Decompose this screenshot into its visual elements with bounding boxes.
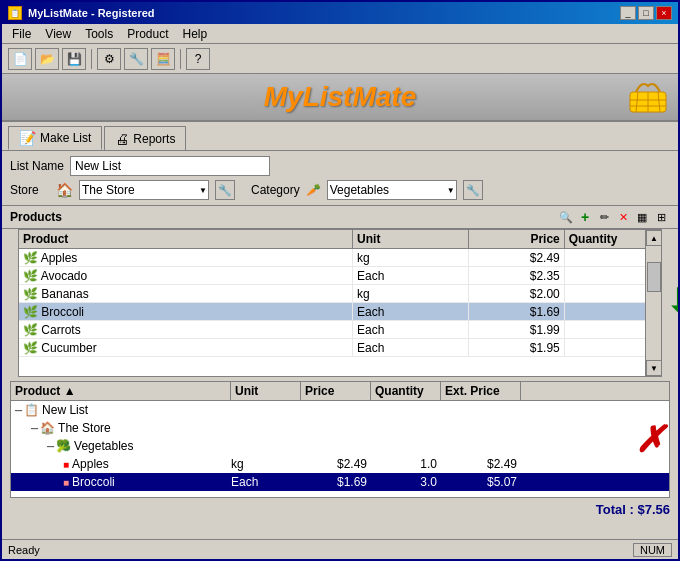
store-select[interactable]: The Store [79, 180, 209, 200]
maximize-button[interactable]: □ [638, 6, 654, 20]
products-table-container: Product Unit Price Quantity 🌿 Apples kg … [18, 229, 662, 377]
total-row: Total : $7.56 [2, 498, 678, 521]
open-button[interactable]: 📂 [35, 48, 59, 70]
make-list-icon: 📝 [19, 130, 36, 146]
basket-icon [628, 78, 668, 114]
tab-area: 📝 Make List 🖨 Reports [2, 122, 678, 150]
delete-x-button[interactable]: ✗ [635, 419, 665, 461]
list-col-extprice: Ext. Price [441, 382, 521, 400]
table-row[interactable]: 🌿 Cucumber Each $1.95 [19, 339, 661, 357]
app-title: MyListMate [264, 81, 416, 113]
product-price: $2.49 [468, 249, 564, 267]
window-title: MyListMate - Registered [28, 7, 155, 19]
title-bar: 📋 MyListMate - Registered _ □ × [2, 2, 678, 24]
title-bar-left: 📋 MyListMate - Registered [8, 6, 155, 20]
tree-row-store[interactable]: ─ 🏠 The Store [11, 419, 669, 437]
scroll-up-arrow[interactable]: ▲ [646, 230, 662, 246]
list-section-header: Product ▲ Unit Price Quantity Ext. Price [11, 382, 669, 401]
scrollbar-thumb[interactable] [647, 262, 661, 292]
col-price: Price [468, 230, 564, 249]
status-num: NUM [633, 543, 672, 557]
save-button[interactable]: 💾 [62, 48, 86, 70]
toolbar: 📄 📂 💾 ⚙ 🔧 🧮 ? [2, 44, 678, 74]
list-col-quantity: Quantity [371, 382, 441, 400]
list-item-broccoli-selected[interactable]: ■ Broccoli Each $1.69 3.0 $5.07 [11, 473, 669, 491]
scroll-down-arrow[interactable]: ▼ [646, 360, 662, 376]
product-name: 🌿 Broccoli [19, 303, 353, 321]
minimize-button[interactable]: _ [620, 6, 636, 20]
table-row-selected[interactable]: 🌿 Broccoli Each $1.69 [19, 303, 661, 321]
menu-view[interactable]: View [39, 26, 77, 42]
menu-product[interactable]: Product [121, 26, 174, 42]
product-unit: Each [353, 321, 468, 339]
close-button[interactable]: × [656, 6, 672, 20]
products-scrollbar[interactable]: ▲ ▼ [645, 230, 661, 376]
delete-icon[interactable]: ✕ [614, 208, 632, 226]
products-tools: 🔍 + ✏ ✕ ▦ ⊞ [557, 208, 670, 226]
grid-icon[interactable]: ▦ [633, 208, 651, 226]
settings-button[interactable]: ⚙ [97, 48, 121, 70]
category-tool-button[interactable]: 🔧 [463, 180, 483, 200]
tree-row-category[interactable]: ─ 🥦 Vegetables [11, 437, 669, 455]
item-name-apples: Apples [72, 457, 109, 471]
item-price-apples: $2.49 [301, 457, 371, 471]
table-row[interactable]: 🌿 Carrots Each $1.99 [19, 321, 661, 339]
products-table: Product Unit Price Quantity 🌿 Apples kg … [19, 230, 661, 357]
product-unit: kg [353, 249, 468, 267]
tree-row-root[interactable]: ─ 📋 New List [11, 401, 669, 419]
product-price: $1.99 [468, 321, 564, 339]
list-name-input[interactable] [70, 156, 270, 176]
item-qty-broccoli: 3.0 [371, 475, 441, 489]
folder-icon: 📋 [24, 403, 39, 417]
wrench-button[interactable]: 🔧 [124, 48, 148, 70]
list-item-apples[interactable]: ■ Apples kg $2.49 1.0 $2.49 [11, 455, 669, 473]
tab-make-list[interactable]: 📝 Make List [8, 126, 102, 150]
collapse-icon2: ─ [31, 423, 38, 434]
menu-help[interactable]: Help [177, 26, 214, 42]
product-unit: Each [353, 267, 468, 285]
tab-reports[interactable]: 🖨 Reports [104, 126, 186, 150]
product-price: $1.69 [468, 303, 564, 321]
collapse-icon3: ─ [47, 441, 54, 452]
app-icon: 📋 [8, 6, 22, 20]
red-bullet-apples: ■ [63, 459, 69, 470]
collapse-icon: ─ [15, 405, 22, 416]
table-row[interactable]: 🌿 Avocado Each $2.35 [19, 267, 661, 285]
status-text: Ready [8, 544, 40, 556]
menu-tools[interactable]: Tools [79, 26, 119, 42]
product-price: $2.35 [468, 267, 564, 285]
total-value: $7.56 [637, 502, 670, 517]
calc-button[interactable]: 🧮 [151, 48, 175, 70]
title-bar-controls: _ □ × [620, 6, 672, 20]
products-area: Product Unit Price Quantity 🌿 Apples kg … [10, 229, 670, 377]
category-folder-icon: 🥦 [56, 439, 71, 453]
item-ext-apples: $2.49 [441, 457, 521, 471]
veggie-icon: 🥕 [306, 183, 321, 197]
download-arrow-icon[interactable]: ⬇ [666, 282, 678, 324]
grid2-icon[interactable]: ⊞ [652, 208, 670, 226]
menu-bar: File View Tools Product Help [2, 24, 678, 44]
list-col-product: Product ▲ [11, 382, 231, 400]
store-select-wrapper: The Store ▼ [79, 180, 209, 200]
toolbar-sep1 [91, 49, 92, 69]
list-col-unit: Unit [231, 382, 301, 400]
reports-icon: 🖨 [115, 131, 129, 147]
menu-file[interactable]: File [6, 26, 37, 42]
store-tool-button[interactable]: 🔧 [215, 180, 235, 200]
item-ext-broccoli: $5.07 [441, 475, 521, 489]
product-name: 🌿 Carrots [19, 321, 353, 339]
products-title: Products [10, 210, 62, 224]
store-folder-icon: 🏠 [40, 421, 55, 435]
category-select[interactable]: Vegetables [327, 180, 457, 200]
search-icon[interactable]: 🔍 [557, 208, 575, 226]
product-price: $2.00 [468, 285, 564, 303]
product-unit: Each [353, 303, 468, 321]
edit-icon[interactable]: ✏ [595, 208, 613, 226]
table-row[interactable]: 🌿 Bananas kg $2.00 [19, 285, 661, 303]
col-unit: Unit [353, 230, 468, 249]
form-area: List Name Store 🏠 The Store ▼ 🔧 Category… [2, 150, 678, 205]
add-icon[interactable]: + [576, 208, 594, 226]
table-row[interactable]: 🌿 Apples kg $2.49 [19, 249, 661, 267]
help-button[interactable]: ? [186, 48, 210, 70]
new-button[interactable]: 📄 [8, 48, 32, 70]
